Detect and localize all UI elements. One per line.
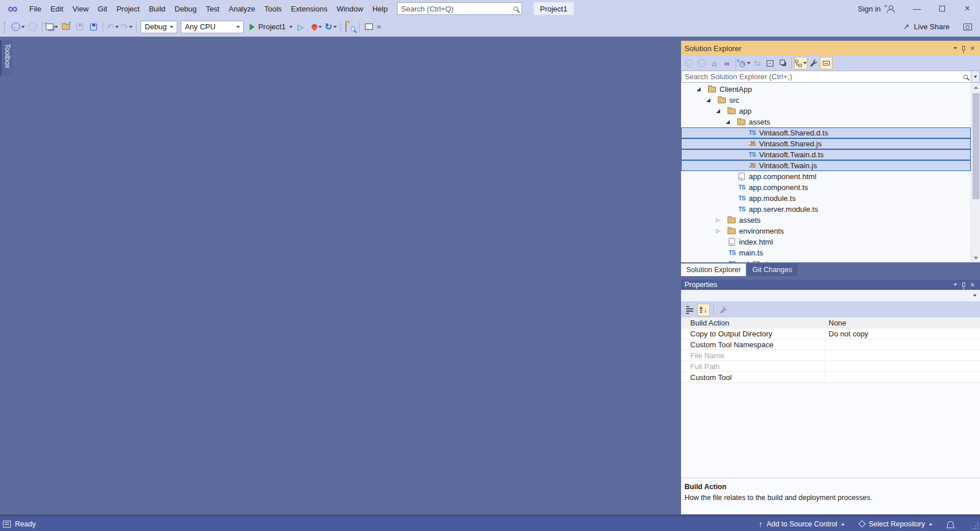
property-row[interactable]: Full Path	[681, 361, 980, 372]
scroll-down-button[interactable]	[971, 253, 980, 262]
start-debugging-button[interactable]: Project1	[248, 20, 294, 34]
preview-selected-items-button[interactable]	[820, 57, 833, 69]
alphabetical-button[interactable]: AZ↓	[697, 304, 710, 316]
undo-button[interactable]: ↶	[106, 20, 120, 34]
menu-tools[interactable]: Tools	[260, 0, 286, 17]
switch-views-button[interactable]	[794, 57, 807, 69]
restart-application-button[interactable]: ↻	[324, 20, 338, 34]
se-back-button[interactable]: ←	[683, 57, 695, 69]
menu-debug[interactable]: Debug	[170, 0, 201, 17]
tree-row[interactable]: TSmain.ts	[681, 247, 971, 258]
tab-git-changes[interactable]: Git Changes	[747, 263, 797, 276]
scroll-up-button[interactable]	[971, 83, 980, 92]
tree-row[interactable]: ▷assets	[681, 215, 971, 226]
tree-row[interactable]: JSVintasoft.Twain.js	[681, 160, 971, 171]
navigate-back-caret-icon[interactable]	[21, 26, 25, 28]
live-share-person-icon[interactable]	[963, 24, 972, 30]
maximize-button[interactable]	[930, 0, 955, 17]
start-without-debugging-button[interactable]: ▷	[294, 20, 308, 34]
live-share-button[interactable]: Live Share	[914, 22, 950, 31]
sign-in-button[interactable]: Sign in	[858, 5, 881, 13]
toolbar-overflow-button[interactable]	[377, 26, 381, 28]
solution-configuration-select[interactable]: Debug	[141, 21, 177, 33]
tree-row[interactable]: ▷environments	[681, 226, 971, 237]
collapse-all-button[interactable]: −	[764, 57, 776, 69]
minimize-button[interactable]: —	[904, 0, 930, 17]
property-value[interactable]	[826, 350, 980, 361]
solution-explorer-titlebar[interactable]: Solution Explorer ×	[681, 41, 980, 56]
tree-row[interactable]: app	[681, 106, 971, 117]
tree-scrollbar[interactable]	[971, 83, 980, 262]
toolbox-tab[interactable]: Toolbox	[0, 40, 13, 76]
hot-reload-button[interactable]	[310, 20, 324, 34]
tree-row[interactable]: index.html	[681, 237, 971, 247]
menu-build[interactable]: Build	[144, 0, 170, 17]
menu-help[interactable]: Help	[368, 0, 392, 17]
add-to-source-control-button[interactable]: ↑ Add to Source Control	[759, 520, 845, 528]
toolbar-grip[interactable]	[4, 21, 7, 33]
se-properties-button[interactable]	[807, 57, 820, 69]
properties-titlebar[interactable]: Properties ×	[681, 280, 980, 290]
property-row[interactable]: File Name	[681, 350, 980, 361]
pending-changes-filter-button[interactable]: ◷T	[738, 57, 751, 69]
tree-row[interactable]: assets	[681, 117, 971, 127]
tree-row[interactable]: TSapp.server.module.ts	[681, 204, 971, 215]
expander-icon[interactable]: ▷	[713, 228, 728, 234]
quick-search-input[interactable]: Search (Ctrl+Q)	[397, 2, 522, 15]
property-value[interactable]	[826, 361, 980, 371]
property-value[interactable]: Do not copy	[826, 328, 980, 339]
navigate-forward-button[interactable]: →	[26, 20, 40, 34]
menu-test[interactable]: Test	[201, 0, 224, 17]
redo-button[interactable]: ↷	[120, 20, 134, 34]
pin-icon[interactable]	[962, 282, 965, 287]
expander-icon[interactable]	[713, 109, 728, 113]
save-all-button[interactable]	[87, 20, 100, 34]
property-row[interactable]: Build ActionNone	[681, 317, 980, 328]
save-button[interactable]	[73, 20, 87, 34]
tab-solution-explorer[interactable]: Solution Explorer	[681, 263, 746, 276]
close-icon[interactable]: ×	[970, 280, 975, 289]
tree-row[interactable]: TSVintasoft.Twain.d.ts	[681, 149, 971, 160]
new-project-button[interactable]: ✦	[45, 20, 59, 34]
tree-row[interactable]: TSapp.component.ts	[681, 182, 971, 193]
sync-with-active-document-button[interactable]: ∞	[721, 57, 733, 69]
open-file-button[interactable]: ↗	[59, 20, 73, 34]
property-pages-button[interactable]	[717, 304, 730, 316]
sync-selection-button[interactable]: ⇆	[751, 57, 764, 69]
tree-row[interactable]: TSVintasoft.Shared.d.ts	[681, 127, 971, 138]
property-value[interactable]	[826, 339, 980, 350]
menu-window[interactable]: Window	[332, 0, 368, 17]
solution-platform-select[interactable]: Any CPU	[181, 21, 244, 33]
sign-in-person-icon[interactable]: +	[886, 5, 894, 13]
close-button[interactable]: ×	[955, 0, 980, 17]
expander-icon[interactable]	[703, 98, 718, 102]
window-position-icon[interactable]	[954, 47, 957, 49]
property-row[interactable]: Custom Tool	[681, 372, 980, 383]
find-in-files-button[interactable]	[343, 20, 357, 34]
se-forward-button[interactable]: →	[695, 57, 708, 69]
menu-project[interactable]: Project	[112, 0, 144, 17]
menu-git[interactable]: Git	[93, 0, 112, 17]
property-row[interactable]: Copy to Output DirectoryDo not copy	[681, 328, 980, 339]
menu-view[interactable]: View	[68, 0, 93, 17]
scroll-thumb[interactable]	[973, 93, 979, 199]
select-repository-button[interactable]: Select Repository	[860, 520, 932, 528]
menu-file[interactable]: File	[25, 0, 46, 17]
tree-row[interactable]: src	[681, 95, 971, 106]
property-value[interactable]: None	[826, 317, 980, 328]
tree-row[interactable]: TSpolyfills.ts	[681, 258, 971, 262]
menu-extensions[interactable]: Extensions	[286, 0, 332, 17]
task-status-icon[interactable]	[3, 521, 11, 528]
pin-icon[interactable]	[962, 46, 965, 51]
show-all-files-button[interactable]	[776, 57, 789, 69]
object-selector-combobox[interactable]	[681, 290, 980, 302]
menu-edit[interactable]: Edit	[46, 0, 68, 17]
property-row[interactable]: Custom Tool Namespace	[681, 339, 980, 350]
notifications-bell-icon[interactable]	[947, 521, 954, 527]
navigate-back-button[interactable]: ←	[10, 20, 26, 34]
close-icon[interactable]: ×	[970, 44, 975, 53]
expander-icon[interactable]: ▷	[713, 218, 728, 223]
window-position-icon[interactable]	[954, 284, 957, 286]
menu-analyze[interactable]: Analyze	[224, 0, 259, 17]
property-value[interactable]	[826, 372, 980, 382]
